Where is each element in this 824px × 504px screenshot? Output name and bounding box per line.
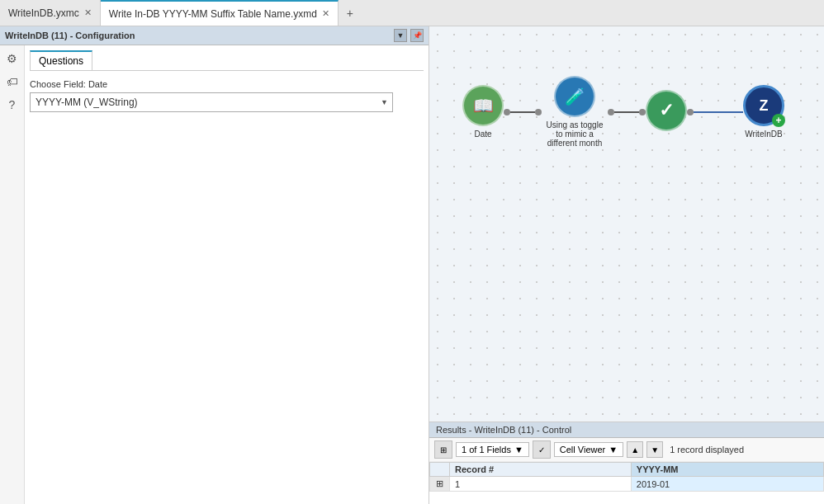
connector-2: [608, 92, 646, 133]
results-icon[interactable]: ⊞: [434, 440, 452, 459]
connector-dot-3: [608, 109, 614, 115]
canvas-area[interactable]: 📖 Date 🧪 Using as toggle to mimic a diff…: [429, 26, 824, 422]
tab-label-active: Write In-DB YYYY-MM Suffix Table Name.yx…: [109, 8, 317, 20]
connector-line-2: [614, 111, 639, 113]
tab-write-indb-yxmd[interactable]: Write In-DB YYYY-MM Suffix Table Name.yx…: [101, 0, 339, 26]
writeindb-node-label: WriteInDB: [745, 130, 782, 139]
left-panel: WriteInDB (11) - Configuration ▼ 📌 ⚙ 🏷 ?: [0, 26, 429, 504]
collapse-button[interactable]: ▼: [394, 29, 407, 42]
add-badge: +: [772, 114, 785, 127]
date-node[interactable]: 📖 Date: [462, 85, 504, 139]
nav-up-button[interactable]: ▲: [627, 441, 643, 458]
help-icon[interactable]: ?: [2, 95, 22, 115]
add-tab-button[interactable]: +: [339, 0, 362, 26]
tab-close-2[interactable]: ✕: [322, 8, 329, 19]
tag-icon[interactable]: 🏷: [2, 72, 22, 92]
connector-1: [504, 92, 542, 133]
results-toolbar: ⊞ 1 of 1 Fields ▼ ✓ Cell Viewer ▼ ▲ ▼ 1 …: [429, 438, 824, 462]
results-panel: Results - WriteInDB (11) - Control ⊞ 1 o…: [429, 422, 824, 504]
viewer-label: Cell Viewer: [560, 445, 605, 455]
field-label: Choose Field: Date: [30, 79, 424, 89]
top-tab-bar: WriteInDB.yxmc ✕ Write In-DB YYYY-MM Suf…: [0, 0, 824, 26]
record-count: 1 record displayed: [670, 445, 744, 455]
fields-dropdown[interactable]: 1 of 1 Fields ▼: [456, 442, 529, 457]
date-field-dropdown[interactable]: YYYY-MM (V_WString): [30, 92, 393, 112]
data-table: Record # YYYY-MM ⊞ 1 2019-01: [429, 462, 824, 504]
results-title: Results - WriteInDB (11) - Control: [436, 425, 571, 435]
writeindb-node-icon: Z +: [743, 85, 784, 126]
connector-dot-4: [639, 109, 646, 115]
writeindb-node[interactable]: Z + WriteInDB: [743, 85, 784, 139]
left-main: Questions Choose Field: Date YYYY-MM (V_…: [25, 45, 429, 504]
inner-tab-bar: Questions: [30, 50, 424, 71]
workflow-container: 📖 Date 🧪 Using as toggle to mimic a diff…: [462, 76, 784, 148]
connector-line-1: [510, 111, 535, 113]
viewer-dropdown-arrow: ▼: [609, 445, 618, 455]
tab-label: WriteInDB.yxmc: [8, 7, 79, 19]
sidebar: ⚙ 🏷 ?: [0, 45, 25, 504]
check-node-icon: ✓: [646, 90, 687, 131]
toggle-node-label: Using as toggle to mimic a different mon…: [542, 120, 608, 148]
col-header-icon: [430, 463, 450, 477]
connector-3: [687, 92, 743, 133]
tab-writeindb-yxmc[interactable]: WriteInDB.yxmc ✕: [0, 0, 101, 26]
check-node[interactable]: ✓: [646, 90, 687, 134]
left-title-bar: WriteInDB (11) - Configuration ▼ 📌: [0, 26, 429, 45]
col-header-record: Record #: [450, 463, 632, 477]
connector-dot-1: [504, 109, 510, 115]
date-field-dropdown-wrapper: YYYY-MM (V_WString): [30, 92, 393, 112]
left-content: ⚙ 🏷 ? Questions Choose Field: Date YYYY-…: [0, 45, 429, 504]
questions-tab[interactable]: Questions: [30, 50, 92, 70]
connector-dot-2: [535, 109, 542, 115]
right-panel: 📖 Date 🧪 Using as toggle to mimic a diff…: [429, 26, 824, 504]
date-node-icon: 📖: [462, 85, 504, 126]
fields-label: 1 of 1 Fields: [462, 445, 511, 455]
main-layout: WriteInDB (11) - Configuration ▼ 📌 ⚙ 🏷 ?: [0, 26, 824, 504]
fields-dropdown-arrow: ▼: [514, 445, 523, 455]
tab-close-1[interactable]: ✕: [84, 7, 92, 18]
settings-icon[interactable]: ⚙: [2, 49, 22, 68]
toggle-node[interactable]: 🧪 Using as toggle to mimic a different m…: [542, 76, 608, 148]
title-controls: ▼ 📌: [394, 29, 424, 42]
date-node-label: Date: [474, 130, 491, 139]
row-icon-cell: ⊞: [430, 477, 450, 492]
viewer-dropdown[interactable]: Cell Viewer ▼: [554, 442, 623, 457]
toggle-node-icon: 🧪: [554, 76, 595, 117]
col-header-yyyy-mm: YYYY-MM: [631, 463, 823, 477]
connector-line-3: [694, 111, 743, 113]
connector-dot-5: [687, 109, 694, 115]
nav-down-button[interactable]: ▼: [646, 441, 663, 458]
table-row: ⊞ 1 2019-01: [430, 477, 824, 492]
left-panel-title: WriteInDB (11) - Configuration: [5, 31, 135, 40]
pin-button[interactable]: 📌: [410, 29, 424, 42]
record-num-cell: 1: [450, 477, 632, 492]
yyyy-mm-cell: 2019-01: [631, 477, 823, 492]
check-fields-icon[interactable]: ✓: [533, 440, 551, 459]
results-title-bar: Results - WriteInDB (11) - Control: [429, 422, 824, 438]
